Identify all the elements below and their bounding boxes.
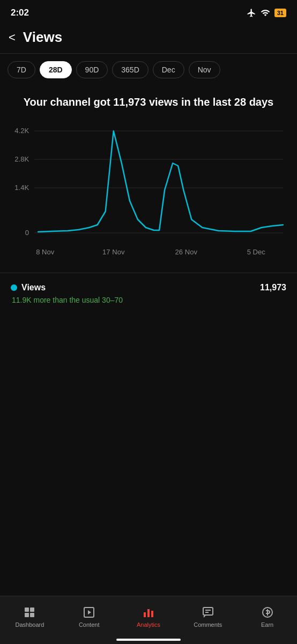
comments-label: Comments [194,621,222,628]
svg-rect-18 [144,612,146,617]
page-header: < Views [0,24,297,53]
svg-rect-19 [147,609,150,617]
svg-rect-13 [30,608,34,612]
views-row: Views 11,973 [11,283,286,292]
dashboard-label: Dashboard [15,621,44,628]
status-icons: 31 [247,8,286,18]
svg-text:8 Nov: 8 Nov [36,248,55,256]
page-title: Views [23,29,62,46]
svg-text:26 Nov: 26 Nov [175,248,198,256]
svg-text:5 Dec: 5 Dec [247,248,266,256]
svg-rect-21 [203,608,213,615]
battery-indicator: 31 [274,9,286,17]
content-icon [82,605,96,619]
filter-nov[interactable]: Nov [189,61,220,78]
status-bar: 2:02 31 [0,0,297,24]
svg-text:4.2K: 4.2K [14,127,29,135]
views-dot [11,284,17,291]
filter-365d[interactable]: 365D [112,61,148,78]
filter-7d[interactable]: 7D [8,61,35,78]
bottom-nav: Dashboard Content Analytics [0,596,297,644]
nav-item-earn[interactable]: Earn [249,605,286,628]
earn-label: Earn [261,621,273,628]
chart-area: 4.2K 2.8K 1.4K 0 8 Nov 17 Nov 26 Nov 5 D… [9,120,288,270]
filter-28d[interactable]: 28D [40,61,72,78]
nav-item-comments[interactable]: Comments [189,605,227,628]
views-comparison: 11.9K more than the usual 30–70 [11,296,286,304]
svg-rect-14 [25,613,29,617]
analytics-label: Analytics [137,621,160,628]
home-indicator [116,639,181,641]
comments-icon [201,605,215,619]
time-filter-bar: 7D 28D 90D 365D Dec Nov [0,54,297,86]
summary-heading: Your channel got 11,973 views in the las… [0,86,297,115]
views-count: 11,973 [260,283,286,292]
status-time: 2:02 [11,8,29,18]
svg-text:1.4K: 1.4K [14,184,29,192]
nav-item-content[interactable]: Content [70,605,108,628]
analytics-icon [142,605,155,619]
filter-90d[interactable]: 90D [76,61,108,78]
back-button[interactable]: < [9,31,16,45]
nav-item-dashboard[interactable]: Dashboard [11,605,48,628]
svg-text:17 Nov: 17 Nov [102,248,125,256]
views-chart: 4.2K 2.8K 1.4K 0 8 Nov 17 Nov 26 Nov 5 D… [9,120,288,270]
earn-icon [261,605,274,619]
chart-container: 4.2K 2.8K 1.4K 0 8 Nov 17 Nov 26 Nov 5 D… [0,115,297,270]
nav-item-analytics[interactable]: Analytics [130,605,167,628]
wifi-icon [261,8,270,18]
svg-text:0: 0 [25,229,29,237]
dashboard-icon [23,605,36,619]
content-label: Content [79,621,100,628]
svg-rect-20 [151,611,153,617]
views-legend: Views 11,973 11.9K more than the usual 3… [0,273,297,308]
filter-dec[interactable]: Dec [153,61,184,78]
svg-rect-12 [25,608,29,612]
svg-marker-17 [88,610,91,614]
views-label-text: Views [21,283,46,292]
svg-text:2.8K: 2.8K [14,155,29,163]
views-label-group: Views [11,283,46,292]
svg-rect-15 [30,613,34,617]
airplane-icon [247,8,256,18]
